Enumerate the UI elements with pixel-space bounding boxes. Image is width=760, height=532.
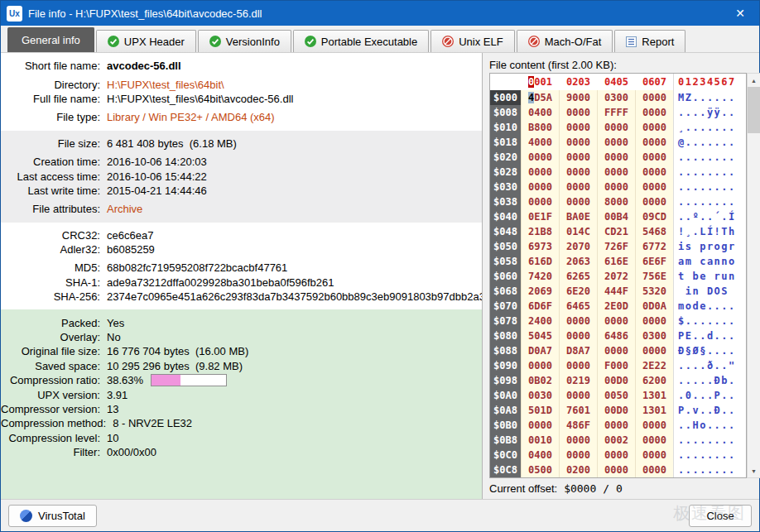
ascii-cell[interactable]: ........ [673, 448, 746, 463]
ascii-cell[interactable]: .0...P.. [673, 388, 746, 403]
hex-cell[interactable]: 7601 [559, 403, 597, 418]
hex-cell[interactable]: 0000 [635, 194, 673, 209]
hex-cell[interactable]: 0300 [635, 328, 673, 343]
ascii-cell[interactable]: ........ [673, 165, 746, 180]
hex-cell[interactable]: 6486 [597, 328, 635, 343]
ascii-cell[interactable]: t be run [673, 269, 746, 284]
hex-cell[interactable]: 6973 [521, 239, 559, 254]
hex-cell[interactable]: 6200 [635, 373, 673, 388]
hex-cell[interactable]: F000 [597, 358, 635, 373]
hex-cell[interactable]: 4D5A [521, 90, 559, 105]
hex-cell[interactable]: 0000 [597, 343, 635, 358]
hex-cell[interactable]: 0000 [635, 150, 673, 165]
hex-cell[interactable]: 756E [635, 269, 673, 284]
hex-cell[interactable]: 0B02 [521, 373, 559, 388]
hex-cell[interactable]: 0000 [521, 418, 559, 433]
hex-cell[interactable]: 0000 [559, 433, 597, 448]
hex-cell[interactable]: 726F [597, 239, 635, 254]
tab-upx-header[interactable]: UPX Header [96, 30, 196, 52]
hex-cell[interactable]: 5045 [521, 328, 559, 343]
hex-cell[interactable]: 0000 [635, 433, 673, 448]
hex-cell[interactable]: 0000 [597, 165, 635, 180]
hex-cell[interactable]: 6E20 [559, 284, 597, 299]
hex-cell[interactable]: 0400 [521, 448, 559, 463]
hex-cell[interactable]: 2E22 [635, 358, 673, 373]
ascii-cell[interactable]: mode.... [673, 299, 746, 314]
hex-cell[interactable]: 0000 [597, 463, 635, 477]
scroll-up-icon[interactable]: ▲ [748, 74, 760, 87]
hex-cell[interactable]: 0000 [597, 120, 635, 135]
ascii-cell[interactable]: ........ [673, 150, 746, 165]
hex-cell[interactable]: 0000 [559, 150, 597, 165]
ascii-cell[interactable]: ........ [673, 180, 746, 194]
ascii-cell[interactable]: ..Ho.... [673, 418, 746, 433]
hex-cell[interactable]: 0219 [559, 373, 597, 388]
hex-cell[interactable]: 0000 [559, 165, 597, 180]
hex-cell[interactable]: 00B4 [597, 209, 635, 224]
hex-cell[interactable]: 0000 [635, 90, 673, 105]
tab-portable-executable[interactable]: Portable Executable [293, 30, 429, 52]
ascii-cell[interactable]: PE..d... [673, 328, 746, 343]
ascii-cell[interactable]: .....Ðb. [673, 373, 746, 388]
hex-cell[interactable]: CD21 [597, 224, 635, 239]
hex-cell[interactable]: 0000 [597, 418, 635, 433]
ascii-cell[interactable]: ....ÿÿ.. [673, 105, 746, 120]
hex-cell[interactable]: 0400 [521, 105, 559, 120]
hex-cell[interactable]: 6D6F [521, 299, 559, 314]
hex-cell[interactable]: 9000 [559, 90, 597, 105]
close-button[interactable]: Close [689, 505, 752, 527]
hex-cell[interactable]: 0000 [597, 314, 635, 328]
tab-versioninfo[interactable]: VersionInfo [198, 30, 291, 52]
hex-cell[interactable]: 0D0A [635, 299, 673, 314]
hex-cell[interactable]: 0000 [597, 150, 635, 165]
hex-cell[interactable]: 2072 [597, 269, 635, 284]
hex-cell[interactable]: 0002 [597, 433, 635, 448]
hex-scrollbar[interactable]: ▲ ▼ [747, 73, 760, 478]
ascii-cell[interactable]: ....ð.." [673, 358, 746, 373]
hex-cell[interactable]: 6465 [559, 299, 597, 314]
ascii-cell[interactable]: Ð§Ø§.... [673, 343, 746, 358]
hex-cell[interactable]: FFFF [597, 105, 635, 120]
hex-cell[interactable]: D0A7 [521, 343, 559, 358]
hex-cell[interactable]: 1301 [635, 403, 673, 418]
hex-cell[interactable]: 0000 [597, 135, 635, 150]
hex-cell[interactable]: 0030 [521, 388, 559, 403]
hex-cell[interactable]: 0000 [521, 180, 559, 194]
hex-cell[interactable]: 09CD [635, 209, 673, 224]
hex-cell[interactable]: 00D0 [597, 403, 635, 418]
hex-cell[interactable]: 0010 [521, 433, 559, 448]
hex-cell[interactable]: 0000 [559, 135, 597, 150]
ascii-cell[interactable]: ........ [673, 463, 746, 477]
hex-cell[interactable]: 1301 [635, 388, 673, 403]
hex-cell[interactable]: 6772 [635, 239, 673, 254]
hex-cell[interactable]: 0050 [597, 388, 635, 403]
scrollbar-thumb[interactable] [748, 87, 760, 133]
hex-cell[interactable]: 0000 [635, 314, 673, 328]
hex-cell[interactable]: 0000 [559, 194, 597, 209]
hex-cell[interactable]: 616E [597, 254, 635, 269]
ascii-cell[interactable]: ........ [673, 194, 746, 209]
hex-cell[interactable]: 0000 [597, 448, 635, 463]
ascii-cell[interactable]: is progr [673, 239, 746, 254]
hex-cell[interactable]: 616D [521, 254, 559, 269]
hex-cell[interactable]: 0500 [521, 463, 559, 477]
hex-cell[interactable]: 0000 [635, 165, 673, 180]
hex-cell[interactable]: 0000 [559, 448, 597, 463]
hex-cell[interactable]: 486F [559, 418, 597, 433]
ascii-cell[interactable]: P.v..Ð.. [673, 403, 746, 418]
hex-cell[interactable]: 0000 [635, 180, 673, 194]
hex-cell[interactable]: 0000 [559, 180, 597, 194]
hex-cell[interactable]: 2070 [559, 239, 597, 254]
hex-cell[interactable]: 014C [559, 224, 597, 239]
ascii-cell[interactable]: $....... [673, 314, 746, 328]
hex-cell[interactable]: 2400 [521, 314, 559, 328]
hex-cell[interactable]: 0000 [635, 105, 673, 120]
hex-cell[interactable]: 7420 [521, 269, 559, 284]
hex-cell[interactable]: 0000 [559, 358, 597, 373]
hex-cell[interactable]: 4000 [521, 135, 559, 150]
hex-cell[interactable]: B800 [521, 120, 559, 135]
hex-cell[interactable]: 0000 [521, 165, 559, 180]
hex-cell[interactable]: 2E0D [597, 299, 635, 314]
directory-value[interactable]: H:\FUPX\test_files\64bit\ [107, 79, 224, 91]
hex-cell[interactable]: 444F [597, 284, 635, 299]
